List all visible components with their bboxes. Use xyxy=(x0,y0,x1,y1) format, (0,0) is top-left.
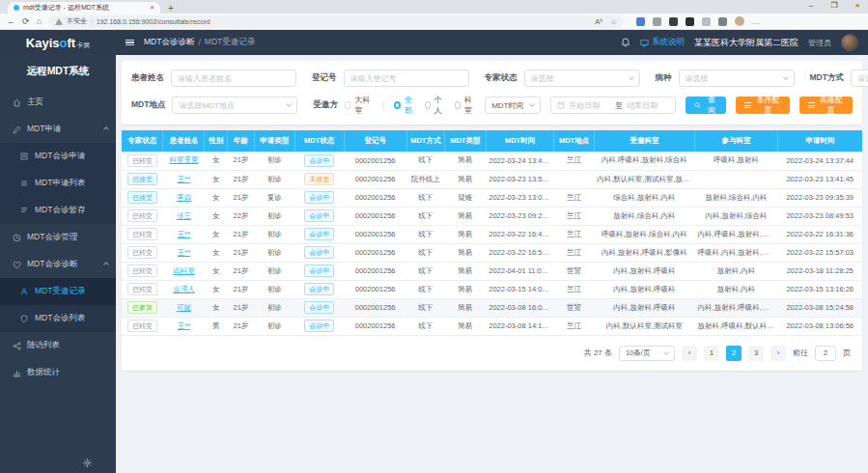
table-row[interactable]: 已转交王**女21岁初诊会诊中0002001256线下简易2022-03-22 … xyxy=(122,225,862,243)
sidebar-item-home[interactable]: 主页 xyxy=(0,89,116,116)
bell-icon[interactable] xyxy=(621,38,630,47)
read-aloud-icon[interactable]: Aʰ xyxy=(595,17,602,26)
condition-config-button[interactable]: 条件配置 xyxy=(736,97,789,114)
patient-name-link[interactable]: 王** xyxy=(178,248,190,257)
window-minimize-button[interactable]: – xyxy=(806,1,816,10)
settings-gear-icon[interactable] xyxy=(82,458,93,468)
sidebar-item-mdt-apply-list[interactable]: MDT申请列表 xyxy=(0,170,116,197)
time-field-select[interactable]: MDT时间 xyxy=(485,97,541,114)
table-row[interactable]: 已转交科室变更女21岁初诊会诊中0002001256线下简易2022-03-24… xyxy=(122,152,862,170)
patient-name-link[interactable]: 王** xyxy=(178,230,190,238)
favorite-star-icon[interactable]: ☆ xyxy=(610,17,617,26)
patient-name-link[interactable]: 王** xyxy=(178,175,190,183)
window-restore-button[interactable]: ❐ xyxy=(829,1,839,10)
chevron-down-icon xyxy=(783,74,789,80)
next-page-button[interactable]: › xyxy=(770,346,786,361)
big-dept-checkbox-label[interactable]: 大科室 xyxy=(354,95,372,116)
page-button-2[interactable]: 2 xyxy=(726,346,742,361)
mdt-status-tag: 会诊中 xyxy=(304,228,334,240)
browser-menu-icon[interactable]: … xyxy=(752,17,761,26)
monitor-icon xyxy=(640,39,649,47)
back-icon[interactable]: ← xyxy=(7,17,15,26)
diagnose-icon xyxy=(12,261,21,269)
reg-no-cell: 0002001256 xyxy=(344,317,406,335)
sidebar-group-mdt-diagnose[interactable]: MDT会诊诊断 xyxy=(0,251,116,278)
table-row[interactable]: 已转交四科室女21岁初诊会诊中0002001256线下简易2022-04-01 … xyxy=(122,262,862,280)
date-range-input[interactable]: 开始日期 至 结束日期 xyxy=(550,97,676,114)
radio-all[interactable]: 全部 xyxy=(394,95,414,116)
patient-name-link: 可妮 xyxy=(163,298,205,317)
expert-status-select[interactable]: 请选择 xyxy=(524,70,640,87)
sidebar-item-mdt-consult-draft[interactable]: MDT会诊暂存 xyxy=(0,197,116,224)
extension-icon[interactable] xyxy=(702,17,711,26)
mdt-mode-select[interactable]: 请选择MDT方式 xyxy=(851,70,868,87)
disease-select[interactable]: 请选择 xyxy=(679,70,795,87)
sidebar-item-followup-list[interactable]: 随访列表 xyxy=(0,332,116,359)
tab-close-icon[interactable]: × xyxy=(150,4,154,12)
patient-name-link[interactable]: 科室变更 xyxy=(169,155,198,164)
radio-personal[interactable]: 个人 xyxy=(425,95,445,116)
invited-depts-cell: 内科,放射科,呼吸科,影像科 xyxy=(594,243,694,262)
patient-name-link[interactable]: 可妮 xyxy=(177,303,191,312)
table-row[interactable]: 已转交台湾人女21岁初诊会诊中0002001256线下简易2022-03-15 … xyxy=(122,280,862,298)
sidebar-group-mdt-apply[interactable]: MDT申请 xyxy=(0,116,116,143)
browser-split-icon[interactable] xyxy=(718,17,727,26)
home-icon[interactable]: ⌂ xyxy=(37,17,42,26)
mdt-place-cell: 兰江 xyxy=(554,207,594,225)
extension-icon[interactable] xyxy=(636,17,645,26)
breadcrumb-section[interactable]: MDT会诊诊断 xyxy=(144,37,194,48)
extension-icon[interactable] xyxy=(686,17,694,26)
goto-page-input[interactable]: 2 xyxy=(815,346,836,361)
sidebar-item-mdt-consult-apply[interactable]: MDT会诊申请 xyxy=(0,143,116,170)
sidebar-collapse-icon[interactable] xyxy=(126,40,134,46)
search-icon xyxy=(694,101,701,109)
prev-page-button[interactable]: ‹ xyxy=(682,346,697,361)
address-bar[interactable]: 不安全 | 192.168.0.156:9002/consultate/reco… xyxy=(48,15,624,28)
patient-name-link[interactable]: 王** xyxy=(178,321,190,330)
table-row[interactable]: 已转交王**男21岁初诊会诊中0002001256线下简易2022-03-08 … xyxy=(122,317,862,335)
table-row[interactable]: 已转交王**女21岁初诊会诊中0002001256线下简易2022-03-22 … xyxy=(122,243,862,262)
new-tab-button[interactable]: + xyxy=(168,4,174,14)
radio-department[interactable]: 科室 xyxy=(455,95,475,116)
table-row[interactable]: 已参加可妮女21岁初诊会诊中0002001256线下简易2022-03-08 1… xyxy=(122,298,862,317)
breadcrumb: MDT会诊诊断 / MDT受邀记录 xyxy=(144,37,255,48)
table-row[interactable]: 已接受王**女21岁初诊未接受0002001256院外线上简易2022-03-2… xyxy=(122,170,862,188)
refresh-icon[interactable]: ⟳ xyxy=(22,17,30,26)
mdt-time-cell: 2022-03-22 16:50:00 xyxy=(486,243,554,262)
table-config-button[interactable]: 表格配置 xyxy=(799,97,853,114)
mdt-place-cell: 兰江 xyxy=(554,225,594,243)
patient-name-link[interactable]: 李四 xyxy=(177,193,191,202)
browser-tab[interactable]: mdt受邀记录 - 远程MDT系统 × xyxy=(8,2,160,14)
mdt-place-select[interactable]: 请选择MDT地点 xyxy=(172,97,297,114)
mdt-place-cell: 兰江 xyxy=(554,188,594,207)
sidebar-item-mdt-consult-list[interactable]: MDT会诊列表 xyxy=(0,305,116,332)
patient-name-link[interactable]: 台湾人 xyxy=(173,285,195,293)
column-header: 患者姓名 xyxy=(163,130,205,152)
browser-profile-avatar[interactable] xyxy=(735,16,744,26)
table-row[interactable]: 已转交张三女22岁初诊会诊中0002001256线下简易2022-03-23 0… xyxy=(122,207,862,225)
big-dept-checkbox[interactable] xyxy=(345,101,351,109)
patient-name-link[interactable]: 张三 xyxy=(177,211,191,220)
invited-depts-cell: 内科,放射科,呼吸科 xyxy=(594,280,694,298)
mdt-mode-cell: 线下 xyxy=(406,317,444,335)
patient-name-link[interactable]: 四科室 xyxy=(173,266,195,275)
extension-icon[interactable] xyxy=(669,17,678,26)
page-button-1[interactable]: 1 xyxy=(704,346,719,361)
search-button[interactable]: 查询 xyxy=(686,97,726,114)
window-close-button[interactable]: × xyxy=(853,1,862,10)
reg-no-input[interactable]: 请输入登记号 xyxy=(344,70,469,87)
sidebar-item-statistics[interactable]: 数据统计 xyxy=(0,359,116,386)
sidebar-item-mdt-invited-records[interactable]: MDT受邀记录 xyxy=(0,278,116,305)
extension-icon[interactable] xyxy=(653,17,661,26)
sidebar-item-mdt-manage[interactable]: MDT会诊管理 xyxy=(0,224,116,251)
page-button-3[interactable]: 3 xyxy=(748,346,764,361)
page-size-select[interactable]: 10条/页 xyxy=(619,346,675,361)
joined-depts-cell: 内科,放射科,呼吸科,测试科室 xyxy=(695,298,778,317)
apply-type-cell: 初诊 xyxy=(254,170,294,188)
mdt-type-cell: 简易 xyxy=(444,280,486,298)
user-avatar[interactable] xyxy=(841,34,858,51)
table-row[interactable]: 已接受李四女21岁复诊会诊中0002001256线下疑难2022-03-23 1… xyxy=(122,188,862,207)
records-table-card: 专家状态患者姓名性别年龄申请类型MDT状态登记号MDT方式MDT类型MDT时间M… xyxy=(122,130,862,371)
patient-name-input[interactable]: 请输入患者姓名 xyxy=(171,70,296,87)
system-help-link[interactable]: 系统说明 xyxy=(640,37,685,48)
